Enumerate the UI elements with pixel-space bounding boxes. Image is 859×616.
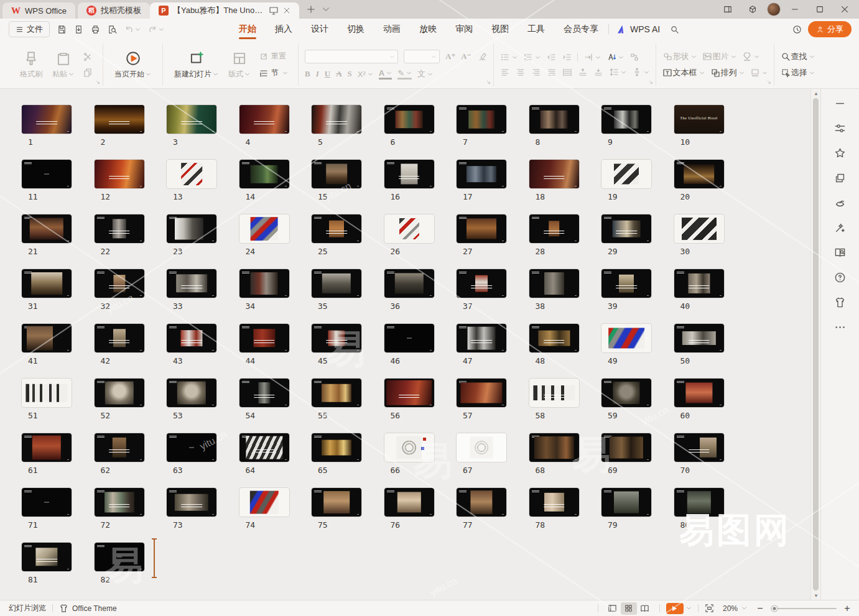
collapse-ribbon-icon[interactable] [834,98,846,109]
slide-thumbnail-39[interactable] [601,269,651,298]
fill-color-button[interactable] [742,52,759,62]
textbox-button[interactable]: 文本框 [662,67,705,78]
slide-thumbnail-42[interactable] [95,324,144,352]
slide-thumbnail-69[interactable] [601,433,651,462]
history-icon[interactable] [792,25,802,34]
zoom-out-button[interactable]: − [755,603,766,614]
format-painter-button[interactable]: 格式刷 [15,50,47,80]
slide-thumbnail-60[interactable] [674,379,724,407]
find-button[interactable]: 查找 [781,51,815,62]
slide-thumbnail-24[interactable] [239,214,289,243]
slide-thumbnail-61[interactable] [22,433,72,462]
split-view-button[interactable] [717,1,738,17]
slide-thumbnail-8[interactable] [529,105,579,134]
increase-spacing-icon[interactable] [578,67,588,77]
ribbon-tab-工具[interactable]: 工具 [526,21,546,37]
slide-thumbnail-67[interactable] [457,433,506,462]
slide-thumbnail-28[interactable] [529,214,579,243]
slideshow-chevron-icon[interactable] [686,605,692,611]
paragraph-launcher-icon[interactable] [648,80,654,85]
slide-thumbnail-62[interactable] [95,433,144,462]
ribbon-tab-会员专享[interactable]: 会员专享 [562,21,600,37]
search-icon[interactable] [670,25,679,34]
undo-icon[interactable] [124,25,134,34]
strikethrough-button[interactable]: S [348,69,352,79]
slide-thumbnail-14[interactable] [239,160,289,188]
slide-thumbnail-58[interactable] [529,379,579,407]
slide-thumbnail-49[interactable] [601,324,651,352]
zoom-in-button[interactable]: + [842,603,853,614]
tab-list-chevron-icon[interactable] [322,5,330,14]
ribbon-tab-动画[interactable]: 动画 [382,21,402,37]
slide-thumbnail-13[interactable] [167,160,216,188]
slide-sorter-view-button[interactable] [621,602,637,615]
slide-thumbnail-19[interactable] [601,160,651,188]
slide-thumbnail-31[interactable] [22,269,72,298]
scrollbar-thumb[interactable] [813,98,819,591]
slideshow-play-button[interactable] [666,603,684,614]
undo-chevron-icon[interactable] [135,27,141,32]
paragraph-spacing-button[interactable] [632,67,649,77]
fit-screen-icon[interactable] [705,604,714,613]
slide-thumbnail-79[interactable] [601,488,651,517]
increase-font-button[interactable]: A⁺ [445,52,455,62]
slide-thumbnail-78[interactable] [529,488,579,517]
slide-thumbnail-4[interactable] [239,105,289,134]
ribbon-tab-开始[interactable]: 开始 [238,21,258,37]
file-menu-button[interactable]: 文件 [9,21,50,37]
slide-thumbnail-26[interactable] [384,214,434,243]
slide-thumbnail-40[interactable] [674,269,724,298]
share-button[interactable]: 分享 [808,21,852,37]
redo-icon[interactable] [148,25,157,34]
slide-thumbnail-5[interactable] [312,105,361,134]
slide-thumbnail-15[interactable] [312,160,361,188]
ribbon-tab-插入[interactable]: 插入 [274,21,294,37]
slide-thumbnail-59[interactable] [601,379,651,407]
ribbon-tab-审阅[interactable]: 审阅 [454,21,474,37]
redo-chevron-icon[interactable] [159,27,164,32]
distribute-icon[interactable] [562,67,572,77]
slide-thumbnail-66[interactable] [384,433,434,462]
slide-thumbnail-6[interactable] [384,105,434,134]
phonetic-button[interactable]: 文 [417,68,433,80]
vertical-text-button[interactable] [606,52,624,62]
ribbon-tab-视图[interactable]: 视图 [490,21,510,37]
font-launcher-icon[interactable] [486,80,491,85]
numbering-button[interactable] [523,52,541,62]
text-direction-button[interactable] [583,52,601,62]
slide-thumbnail-65[interactable] [312,433,361,462]
new-slide-button[interactable]: 新建幻灯片 [169,50,223,80]
font-name-select[interactable] [305,50,398,63]
slide-thumbnail-1[interactable] [22,105,72,134]
reset-button[interactable]: 重置 [259,51,288,62]
more-icon[interactable] [834,321,846,333]
slide-thumbnail-51[interactable] [22,379,72,407]
slide-thumbnail-11[interactable] [22,160,72,188]
slide-thumbnail-70[interactable] [674,433,724,462]
save-icon[interactable] [57,25,67,34]
docer-tab[interactable]: 稻 找稻壳模板 [78,2,150,19]
slide-thumbnail-64[interactable] [239,433,289,462]
layout-button[interactable]: 版式 [223,50,255,80]
slide-thumbnail-55[interactable] [312,379,361,407]
app-center-button[interactable] [742,1,763,17]
section-button[interactable]: 节 [259,68,288,78]
scroll-up-icon[interactable]: ▲ [811,89,820,98]
slide-thumbnail-7[interactable] [457,105,506,134]
arrange-button[interactable]: 排列 [710,67,745,78]
properties-icon[interactable] [834,122,846,134]
underline-button[interactable]: U [325,69,330,79]
normal-view-button[interactable] [605,602,621,615]
slide-thumbnail-37[interactable] [457,269,506,298]
zoom-value[interactable]: 20% [723,604,738,613]
slide-thumbnail-46[interactable] [384,324,434,352]
close-button[interactable] [834,1,855,17]
close-tab-icon[interactable] [283,7,290,14]
font-size-select[interactable] [404,50,440,63]
wps-home-tab[interactable]: W WPS Office [2,2,75,19]
picture-button[interactable]: 图片 [702,51,736,62]
clipboard-launcher-icon[interactable] [95,80,101,85]
resource-icon[interactable] [834,197,846,209]
slide-thumbnail-71[interactable] [22,488,72,517]
slides-pane-icon[interactable] [834,172,846,184]
